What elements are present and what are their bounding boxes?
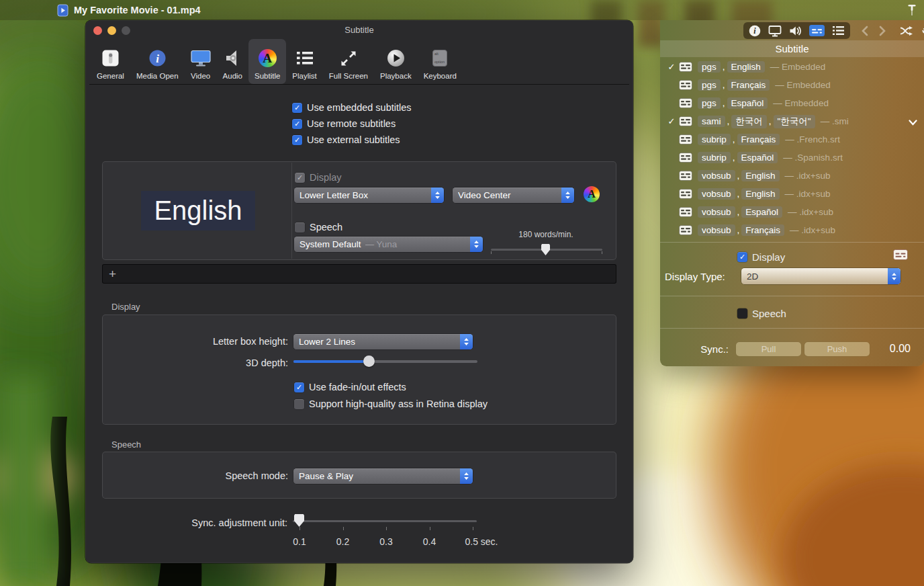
preferences-window: Subtitle General i Media Open Video: [85, 20, 633, 563]
checkbox-unchecked: [295, 222, 305, 233]
general-icon: [101, 47, 120, 69]
info-icon[interactable]: i: [749, 25, 761, 37]
sync-push-button[interactable]: Push: [804, 342, 870, 356]
slider-thumb[interactable]: [541, 244, 550, 255]
tab-audio[interactable]: Audio: [217, 39, 248, 84]
subtitle-track-icon: [679, 171, 692, 181]
repeat-icon[interactable]: [921, 26, 924, 36]
checkbox-checked: [292, 119, 302, 129]
subtitle-track-icon: [679, 116, 692, 126]
sample-subtitle-text[interactable]: English: [141, 191, 255, 231]
shuffle-icon[interactable]: [900, 26, 913, 36]
use-external-subtitles-checkbox[interactable]: Use external subtitles: [292, 133, 400, 146]
chevron-down-icon[interactable]: [909, 118, 917, 128]
full-screen-icon: [340, 47, 357, 69]
font-picker-icon[interactable]: A: [584, 186, 600, 202]
speech-mode-popup[interactable]: Pause & Play: [293, 468, 473, 484]
subtitle-track-row[interactable]: vobsub , Español— .idx+sub: [660, 203, 924, 221]
use-remote-subtitles-checkbox[interactable]: Use remote subtitles: [292, 117, 396, 130]
sidebar-header: Subtitle: [660, 40, 924, 57]
subtitle-track-row[interactable]: subrip , Español— .Spanish.srt: [660, 149, 924, 167]
tab-video[interactable]: Video: [185, 39, 217, 84]
subtitle-track-icon: [679, 189, 692, 199]
popup-stepper-icon: [431, 187, 444, 203]
sync-pull-button[interactable]: Pull: [736, 342, 801, 356]
display-type-popup[interactable]: 2D: [741, 268, 900, 284]
subtitle-track-row[interactable]: vobsub , Français— .idx+sub: [660, 221, 924, 239]
chevron-right-icon[interactable]: [878, 26, 886, 36]
tab-full-screen[interactable]: Full Screen: [323, 39, 374, 84]
track-language: Español: [727, 97, 768, 109]
pin-sidebar-icon[interactable]: [907, 3, 917, 17]
tab-label: Playlist: [292, 72, 316, 80]
subtitle-track-row[interactable]: vobsub , English— .idx+sub: [660, 185, 924, 203]
tab-label: Audio: [223, 72, 242, 80]
sync-unit-label: Sync. adjustment unit:: [102, 517, 287, 528]
display-section-box: Letter box height: Lower 2 Lines 3D dept…: [102, 315, 616, 425]
popup-value: 2D: [747, 271, 884, 282]
letterbox-height-popup[interactable]: Lower 2 Lines: [293, 334, 473, 349]
popup-stepper-icon: [460, 334, 473, 349]
audio-settings-icon[interactable]: [789, 25, 802, 37]
chevron-left-icon[interactable]: [861, 26, 869, 36]
retina-ass-checkbox[interactable]: Support high-quality ass in Retina displ…: [294, 397, 488, 411]
track-separator: ,: [737, 207, 740, 217]
track-codec: pgs: [698, 61, 721, 73]
track-codec: pgs: [698, 79, 721, 91]
track-codec: vobsub: [698, 170, 735, 181]
subtitle-track-row[interactable]: vobsub , English— .idx+sub: [660, 167, 924, 185]
subtitle-track-row[interactable]: pgs , Français— Embedded: [660, 76, 924, 94]
video-settings-icon[interactable]: [768, 25, 782, 37]
use-embedded-subtitles-checkbox[interactable]: Use embedded subtitles: [292, 101, 412, 114]
tab-playback[interactable]: Playback: [374, 39, 418, 84]
scale-tick: [430, 527, 430, 530]
checkbox-label: Speech: [752, 308, 786, 319]
checkbox-checked: [737, 252, 747, 262]
subtitle-settings-icon-selected[interactable]: [809, 25, 825, 36]
track-language: Français: [727, 79, 770, 91]
subtitle-style-preview-box: English Display Lower Letter Box Video C…: [102, 161, 616, 260]
tab-subtitle[interactable]: A Subtitle: [248, 39, 286, 84]
video-titlebar: My Favorite Movie - 01.mp4: [0, 0, 924, 20]
tab-media-open[interactable]: i Media Open: [130, 39, 185, 84]
video-icon: [191, 47, 211, 69]
sidebar-display-checkbox[interactable]: Display: [737, 250, 785, 263]
popup-stepper-icon: [460, 468, 473, 484]
popup-value: System Default: [299, 239, 361, 249]
track-codec: vobsub: [698, 206, 735, 218]
subtitle-track-row[interactable]: pgs , Español— Embedded: [660, 94, 924, 112]
fade-effects-checkbox[interactable]: Use fade-in/out effects: [294, 380, 406, 394]
subtitle-position-popup[interactable]: Lower Letter Box: [294, 187, 444, 203]
checkbox-label: Use remote subtitles: [307, 118, 396, 129]
sidebar-speech-checkbox[interactable]: Speech: [737, 306, 786, 320]
voice-popup[interactable]: System Default — Yuna: [294, 237, 483, 252]
popup-stepper-icon: [470, 237, 483, 252]
subtitle-track-row[interactable]: subrip , Français— .French.srt: [660, 130, 924, 149]
subtitle-align-popup[interactable]: Video Center: [453, 187, 574, 203]
sidebar-display-row: Display: [660, 249, 924, 265]
add-style-row[interactable]: +: [102, 264, 616, 284]
subtitle-track-row[interactable]: ✓pgs , English— Embedded: [660, 58, 924, 76]
preview-display-checkbox[interactable]: Display: [295, 171, 342, 184]
tab-keyboard[interactable]: altoption Keyboard: [418, 39, 463, 84]
slider-thumb[interactable]: [363, 355, 375, 367]
tab-general[interactable]: General: [91, 39, 130, 84]
slider-thumb[interactable]: [294, 514, 304, 527]
preview-speech-checkbox[interactable]: Speech: [295, 220, 342, 234]
desktop: My Favorite Movie - 01.mp4 Subtitle Gene…: [0, 0, 924, 586]
playlist-panel-icon[interactable]: [832, 25, 845, 36]
checkbox-label: Support high-quality ass in Retina displ…: [309, 399, 488, 409]
popup-value: Video Center: [458, 190, 557, 200]
speech-rate-slider[interactable]: [491, 243, 602, 257]
speech-rate-label: 180 words/min.: [492, 230, 600, 239]
depth-slider[interactable]: [293, 354, 477, 369]
slider-end-tick: [602, 251, 602, 254]
checkbox-label: Speech: [310, 222, 342, 233]
subtitle-track-icon: [679, 207, 692, 217]
track-check-icon: ✓: [665, 116, 678, 126]
tab-playlist[interactable]: Playlist: [286, 39, 322, 84]
subtitle-track-row[interactable]: ✓sami , 한국어 , "한국어"— .smi: [660, 112, 924, 130]
scale-tick-label: 0.4: [423, 536, 436, 547]
playback-icon: [387, 47, 405, 69]
track-separator: ,: [737, 189, 740, 199]
